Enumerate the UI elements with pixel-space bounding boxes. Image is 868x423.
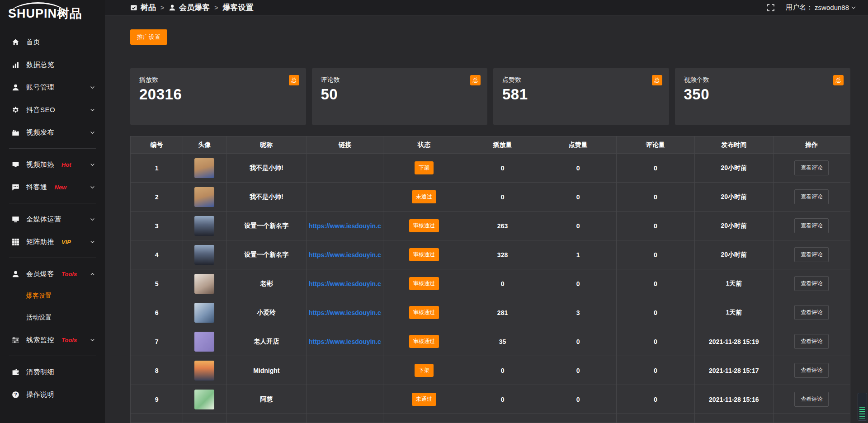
status-button[interactable]: 下架	[415, 364, 434, 377]
avatar	[194, 332, 214, 352]
view-comments-button[interactable]: 查看评论	[794, 305, 829, 320]
cell-likes: 0	[540, 385, 616, 414]
view-comments-button[interactable]: 查看评论	[794, 392, 829, 407]
sidebar-item-全媒体运营[interactable]: 全媒体运营	[0, 208, 105, 230]
table-row: 8Midnight下架0002021-11-28 15:17查看评论	[131, 356, 850, 385]
sidebar-item-首页[interactable]: 首页	[0, 31, 105, 53]
stat-value: 50	[321, 86, 479, 103]
screen-play-icon	[12, 161, 19, 169]
cell-plays: 35	[465, 327, 540, 356]
column-header-操作: 操作	[773, 136, 850, 154]
cell-empty	[616, 414, 695, 423]
monitor-icon	[12, 216, 19, 223]
stat-label: 点赞数	[502, 76, 660, 84]
table-row: 7老人开店https://www.iesdouyin.c审核通过35002021…	[131, 327, 850, 356]
chevron-down-icon	[90, 162, 95, 167]
floating-widget[interactable]	[858, 393, 867, 421]
cell-nickname: 老人开店	[226, 327, 307, 356]
column-header-状态: 状态	[383, 136, 465, 154]
cell-status: 未通过	[383, 385, 465, 414]
cell-likes: 3	[540, 298, 616, 327]
sidebar-item-操作说明[interactable]: ? 操作说明	[0, 383, 105, 406]
sidebar-badge: Hot	[61, 161, 71, 168]
video-link[interactable]: https://www.iesdouyin.c	[309, 338, 381, 345]
sidebar-item-抖客通[interactable]: 抖客通 New	[0, 176, 105, 198]
user-menu[interactable]: 用户名：zswodun88	[786, 3, 856, 12]
cell-id: 9	[131, 385, 183, 414]
brand-logo[interactable]: SHUPIN树品	[0, 0, 105, 27]
cell-plays: 328	[465, 240, 540, 269]
table-body: 1我不是小帅!下架00020小时前查看评论2我不是小帅!未通过00020小时前查…	[131, 154, 850, 423]
table-wrap: 编号头像昵称链接状态播放量点赞量评论量发布时间操作 1我不是小帅!下架00020…	[130, 136, 850, 423]
column-header-头像: 头像	[183, 136, 226, 154]
stat-value: 20316	[139, 86, 297, 103]
view-comments-button[interactable]: 查看评论	[794, 160, 829, 175]
cell-empty	[383, 414, 465, 423]
status-button[interactable]: 审核通过	[409, 335, 439, 348]
sidebar-item-线索监控[interactable]: 线索监控 Tools	[0, 329, 105, 351]
video-link[interactable]: https://www.iesdouyin.c	[309, 222, 381, 230]
gear-icon	[12, 106, 19, 114]
table-row: 4设置一个新名字https://www.iesdouyin.c审核通过32810…	[131, 240, 850, 269]
cell-action: 查看评论	[773, 298, 850, 327]
column-header-播放量: 播放量	[465, 136, 540, 154]
sidebar-item-消费明细[interactable]: 消费明细	[0, 361, 105, 383]
cell-action: 查看评论	[773, 212, 850, 240]
sidebar-item-label: 消费明细	[26, 368, 54, 376]
sidebar-item-矩阵助推[interactable]: 矩阵助推 VIP	[0, 230, 105, 253]
video-link[interactable]: https://www.iesdouyin.c	[309, 251, 381, 258]
avatar	[194, 158, 214, 178]
stat-total-badge: 总	[470, 75, 481, 85]
column-header-评论量: 评论量	[616, 136, 695, 154]
status-button[interactable]: 审核通过	[409, 306, 439, 319]
cell-likes: 0	[540, 356, 616, 385]
promo-settings-button[interactable]: 推广设置	[130, 29, 167, 45]
status-button[interactable]: 未通过	[412, 393, 436, 406]
fullscreen-icon[interactable]	[767, 4, 775, 12]
column-header-昵称: 昵称	[226, 136, 307, 154]
cell-likes: 1	[540, 240, 616, 269]
video-link[interactable]: https://www.iesdouyin.c	[309, 309, 381, 316]
breadcrumb-item-会员爆客[interactable]: 会员爆客	[169, 2, 210, 13]
table-header-row: 编号头像昵称链接状态播放量点赞量评论量发布时间操作	[131, 136, 850, 154]
stat-total-badge: 总	[833, 75, 844, 85]
stat-value: 350	[684, 86, 842, 103]
sidebar-item-数据总览[interactable]: 数据总览	[0, 53, 105, 76]
stats-row: 播放数 20316 总 评论数 50 总 点赞数 581 总 视频个数 350 …	[130, 68, 850, 125]
sidebar-subitem-爆客设置[interactable]: 爆客设置	[0, 285, 105, 307]
app-icon	[130, 4, 137, 11]
svg-text:?: ?	[14, 392, 17, 397]
status-button[interactable]: 审核通过	[409, 219, 439, 232]
sidebar-divider	[9, 203, 96, 203]
sidebar-item-视频加热[interactable]: 视频加热 Hot	[0, 153, 105, 176]
status-button[interactable]: 下架	[415, 161, 434, 174]
sidebar-item-视频发布[interactable]: 视频发布	[0, 121, 105, 144]
cell-time: 20小时前	[695, 183, 774, 212]
sidebar-item-label: 首页	[26, 38, 40, 47]
cell-plays: 0	[465, 356, 540, 385]
view-comments-button[interactable]: 查看评论	[794, 218, 829, 233]
status-button[interactable]: 审核通过	[409, 277, 439, 290]
view-comments-button[interactable]: 查看评论	[794, 247, 829, 262]
sidebar-item-会员爆客[interactable]: 会员爆客 Tools	[0, 263, 105, 285]
status-button[interactable]: 审核通过	[409, 248, 439, 261]
table-row: 5老彬https://www.iesdouyin.c审核通过0001天前查看评论	[131, 269, 850, 298]
cell-id: 1	[131, 154, 183, 183]
view-comments-button[interactable]: 查看评论	[794, 189, 829, 204]
cell-action: 查看评论	[773, 183, 850, 212]
breadcrumb-item-树品[interactable]: 树品	[130, 2, 156, 13]
status-button[interactable]: 未通过	[412, 190, 436, 203]
cell-link: https://www.iesdouyin.c	[307, 240, 383, 269]
sidebar-subitem-活动设置[interactable]: 活动设置	[0, 307, 105, 329]
cell-nickname: 老彬	[226, 269, 307, 298]
cell-id: 2	[131, 183, 183, 212]
view-comments-button[interactable]: 查看评论	[794, 334, 829, 349]
cell-time: 20小时前	[695, 154, 774, 183]
view-comments-button[interactable]: 查看评论	[794, 276, 829, 291]
sidebar-item-账号管理[interactable]: 账号管理	[0, 76, 105, 99]
view-comments-button[interactable]: 查看评论	[794, 363, 829, 378]
video-link[interactable]: https://www.iesdouyin.c	[309, 280, 381, 287]
cell-empty	[773, 414, 850, 423]
comment-icon	[12, 183, 19, 191]
sidebar-item-抖音SEO[interactable]: 抖音SEO	[0, 99, 105, 121]
